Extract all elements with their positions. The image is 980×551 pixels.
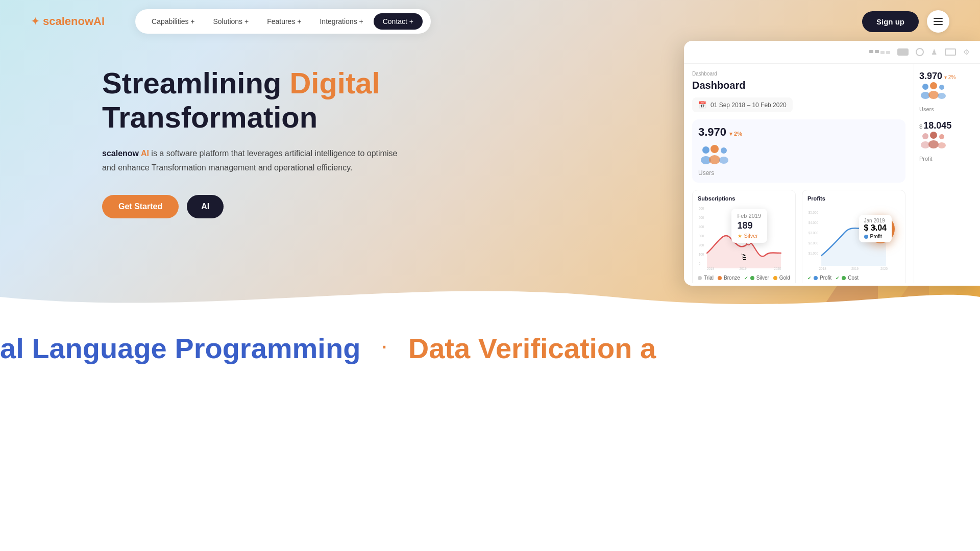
ticker-track: al Language Programming · Data Verificat… (0, 332, 980, 365)
tooltip-tag: ★ Silver (738, 233, 761, 239)
right-users-number: 3.970 (919, 71, 942, 82)
svg-point-3 (709, 155, 720, 164)
dashboard-breadcrumb: Dashboard (692, 71, 905, 77)
svg-text:100: 100 (699, 253, 704, 256)
hero-content: Streamlining DigitalTransformation scale… (102, 66, 398, 218)
tooltip-date: Feb 2019 (738, 213, 761, 219)
hero-section: Streamlining DigitalTransformation scale… (0, 0, 980, 316)
signup-button[interactable]: Sign up (862, 11, 919, 32)
subscriptions-chart-area: 600 500 400 300 200 100 0 (698, 205, 790, 271)
dashboard-body: Dashboard Dashboard 📅 01 Sep 2018 – 10 F… (684, 64, 980, 283)
nav-integrations[interactable]: Integrations + (311, 13, 371, 30)
ticker-dot-1: · (381, 332, 387, 365)
profits-title: Profits (807, 195, 900, 202)
svg-point-37 (938, 142, 946, 148)
hero-buttons: Get Started AI (102, 195, 398, 218)
toolbar-card-icon[interactable] (897, 48, 909, 56)
dashboard-charts: Subscriptions 600 500 400 300 200 100 0 (692, 190, 905, 283)
right-users-stat: 3.970 ▾ 2% Users (919, 71, 975, 112)
svg-point-0 (702, 146, 709, 154)
hero-wave (0, 277, 980, 316)
users-svg (698, 145, 731, 165)
subscriptions-title: Subscriptions (698, 195, 790, 202)
svg-point-31 (938, 93, 946, 99)
users-stat-card: 3.970 ▾ 2% (692, 119, 905, 183)
profit-cursor-icon: ↖ (872, 224, 878, 232)
dashboard-right-panel: 3.970 ▾ 2% Users (914, 64, 980, 283)
profit-tooltip-date: Jan 2019 (864, 218, 887, 223)
users-illustration (698, 145, 899, 165)
nav-capabilities[interactable]: Capabilities + (143, 13, 203, 30)
ticker-section: al Language Programming · Data Verificat… (0, 316, 980, 380)
svg-text:500: 500 (699, 216, 704, 219)
right-profit-stat: $ 18.045 Profit (919, 120, 975, 162)
svg-text:2019: 2019 (739, 267, 746, 270)
cursor-icon: 🖱 (740, 253, 748, 262)
profit-tag: Profit (864, 234, 887, 239)
logo: ✦ scalenowAI (31, 15, 105, 28)
svg-text:2018: 2018 (819, 267, 826, 270)
right-users-svg (919, 82, 950, 102)
svg-point-29 (928, 91, 939, 99)
svg-point-2 (710, 145, 719, 153)
nav-contact[interactable]: Contact + (374, 13, 423, 30)
nav-links: Capabilities + Solutions + Features + In… (135, 9, 431, 34)
svg-text:$2.000: $2.000 (808, 241, 819, 245)
profits-chart-area: $5.000 $4.000 $3.000 $2.000 $1.000 (807, 205, 900, 271)
svg-point-36 (939, 134, 944, 139)
svg-point-4 (721, 147, 727, 154)
svg-text:$5.000: $5.000 (808, 211, 819, 214)
dashboard-toolbar: ♟ ⚙ (684, 41, 980, 64)
users-change: ▾ 2% (729, 131, 742, 137)
svg-text:$1.000: $1.000 (808, 252, 819, 255)
svg-point-34 (930, 132, 937, 139)
logo-text: scalenowAI (43, 15, 105, 28)
dashboard-mockup: ♟ ⚙ Dashboard Dashboard 📅 01 Sep 2018 – … (684, 41, 980, 286)
dashboard-stats: 3.970 ▾ 2% (692, 119, 905, 183)
svg-point-32 (922, 133, 928, 139)
svg-text:2019: 2019 (851, 267, 859, 270)
toolbar-grid-icon[interactable] (869, 50, 890, 54)
subscriptions-tooltip: Feb 2019 189 ★ Silver (731, 209, 767, 243)
dashboard-title: Dashboard (692, 80, 905, 91)
nav-right: Sign up (862, 10, 949, 33)
get-started-button[interactable]: Get Started (102, 195, 179, 218)
svg-text:300: 300 (699, 234, 704, 238)
nav-features[interactable]: Features + (259, 13, 309, 30)
svg-text:200: 200 (699, 243, 704, 247)
svg-text:2018: 2018 (707, 267, 714, 270)
hamburger-line-1 (934, 18, 943, 19)
users-label: Users (698, 169, 899, 177)
subscriptions-chart: Subscriptions 600 500 400 300 200 100 0 (692, 190, 796, 283)
nav-solutions[interactable]: Solutions + (205, 13, 257, 30)
logo-icon: ✦ (31, 15, 40, 28)
right-profit-label: Profit (919, 156, 975, 162)
right-users-label: Users (919, 106, 975, 112)
hero-title: Streamlining DigitalTransformation (102, 66, 398, 134)
hamburger-line-2 (934, 21, 943, 22)
toolbar-settings-icon[interactable]: ⚙ (963, 48, 970, 56)
dashboard-date-range[interactable]: 📅 01 Sep 2018 – 10 Feb 2020 (692, 97, 793, 112)
calendar-icon: 📅 (698, 101, 706, 109)
svg-text:400: 400 (699, 225, 704, 229)
hamburger-menu[interactable] (927, 10, 949, 33)
toolbar-user-icon[interactable]: ♟ (931, 48, 938, 56)
navigation: ✦ scalenowAI Capabilities + Solutions + … (0, 0, 980, 43)
svg-point-28 (930, 82, 937, 89)
svg-text:2020: 2020 (774, 267, 781, 270)
ai-button[interactable]: AI (187, 195, 224, 218)
right-profit-svg (919, 131, 950, 152)
profits-chart: Profits $5.000 $4.000 $3.000 (802, 190, 905, 283)
ticker-item-2: Data Verification a (408, 332, 656, 365)
svg-point-30 (939, 85, 944, 90)
date-text: 01 Sep 2018 – 10 Feb 2020 (710, 102, 787, 109)
svg-point-5 (719, 157, 728, 164)
ticker-item-1: al Language Programming (0, 332, 360, 365)
hamburger-line-3 (934, 24, 943, 25)
svg-point-35 (928, 140, 939, 148)
users-number: 3.970 (698, 126, 726, 139)
tooltip-value: 189 (738, 220, 761, 231)
dashboard-main: Dashboard Dashboard 📅 01 Sep 2018 – 10 F… (684, 64, 914, 283)
toolbar-chart-icon[interactable] (916, 48, 924, 56)
toolbar-monitor-icon[interactable] (945, 48, 956, 56)
